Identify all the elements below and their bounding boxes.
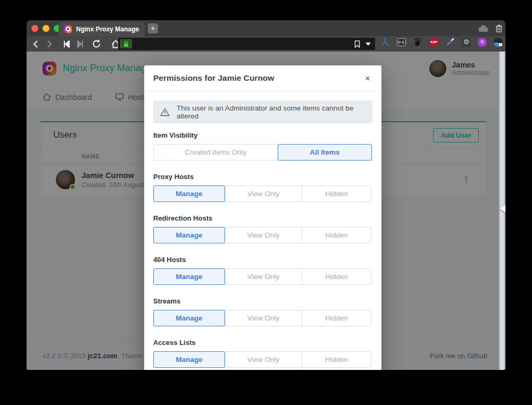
field-404-hosts: 404 Hosts Manage View Only Hidden xyxy=(153,256,372,285)
trash-icon[interactable] xyxy=(495,24,503,32)
back-button[interactable] xyxy=(29,38,43,50)
field-label: Item Visibility xyxy=(153,131,372,139)
https-lock-icon[interactable] xyxy=(120,39,132,48)
bookmark-icon[interactable] xyxy=(354,40,360,48)
proxy-extension-icon[interactable] xyxy=(380,37,389,47)
option-all-items[interactable]: All Items xyxy=(278,144,372,161)
item-visibility-group: Created Items Only All Items xyxy=(153,144,372,161)
404-hosts-group: Manage View Only Hidden xyxy=(153,268,372,285)
field-label: Access Lists xyxy=(153,339,372,347)
field-label: Redirection Hosts xyxy=(153,214,372,222)
option-view-only[interactable]: View Only xyxy=(225,310,303,326)
option-hidden[interactable]: Hidden xyxy=(302,351,371,368)
option-created-items-only[interactable]: Created Items Only xyxy=(153,144,278,161)
field-label: Streams xyxy=(153,297,372,305)
redirection-hosts-group: Manage View Only Hidden xyxy=(153,227,372,243)
admin-alert-text: This user is an Administrator and some i… xyxy=(177,104,365,120)
skip-back-button[interactable] xyxy=(60,38,73,50)
window-controls xyxy=(31,25,61,32)
modal-header: Permissions for Jamie Curnow × xyxy=(144,65,381,91)
option-manage[interactable]: Manage xyxy=(153,310,225,326)
address-bar[interactable] xyxy=(118,38,375,50)
browser-window: Nginx Proxy Manager + xyxy=(27,20,505,370)
option-manage[interactable]: Manage xyxy=(153,268,225,285)
bookmarks-dropdown-icon[interactable] xyxy=(365,43,371,46)
browser-tab[interactable]: Nginx Proxy Manager xyxy=(59,22,145,36)
extension-icons-row: ABP ⚙ xyxy=(380,37,503,47)
option-manage[interactable]: Manage xyxy=(153,185,225,202)
proxy-hosts-group: Manage View Only Hidden xyxy=(153,185,372,202)
stylus-pen-extension-icon[interactable] xyxy=(445,37,455,47)
field-label: Proxy Hosts xyxy=(153,173,372,181)
streams-group: Manage View Only Hidden xyxy=(153,310,372,326)
close-icon[interactable]: × xyxy=(363,73,372,84)
field-proxy-hosts: Proxy Hosts Manage View Only Hidden xyxy=(153,173,372,202)
option-manage[interactable]: Manage xyxy=(153,227,225,243)
field-item-visibility: Item Visibility Created Items Only All I… xyxy=(153,131,372,161)
field-streams: Streams Manage View Only Hidden xyxy=(153,297,372,326)
field-access-lists: Access Lists Manage View Only Hidden xyxy=(153,339,372,368)
gnome-foot-extension-icon[interactable] xyxy=(413,37,422,47)
field-redirection-hosts: Redirection Hosts Manage View Only Hidde… xyxy=(153,214,372,243)
option-hidden[interactable]: Hidden xyxy=(302,185,371,202)
gear-extension-icon[interactable]: ⚙ xyxy=(462,38,471,47)
option-view-only[interactable]: View Only xyxy=(225,268,303,285)
skip-forward-button[interactable] xyxy=(73,38,87,50)
warning-triangle-icon xyxy=(160,108,170,116)
option-hidden[interactable]: Hidden xyxy=(302,227,371,243)
minimize-window-button[interactable] xyxy=(43,25,49,32)
option-hidden[interactable]: Hidden xyxy=(302,310,371,326)
permissions-modal: Permissions for Jamie Curnow × This user… xyxy=(144,65,381,370)
option-manage[interactable]: Manage xyxy=(153,351,225,368)
admin-alert: This user is an Administrator and some i… xyxy=(153,100,372,123)
forward-button[interactable] xyxy=(43,38,56,50)
option-hidden[interactable]: Hidden xyxy=(302,268,371,285)
browser-toolbar: ABP ⚙ xyxy=(27,36,505,52)
access-lists-group: Manage View Only Hidden xyxy=(153,351,372,368)
option-view-only[interactable]: View Only xyxy=(225,185,303,202)
goggles-extension-icon[interactable] xyxy=(396,37,406,47)
field-label: 404 Hosts xyxy=(153,256,372,264)
screenshot-stage: Nginx Proxy Manager + xyxy=(0,0,532,405)
mouse-cursor xyxy=(500,205,505,213)
reload-button[interactable] xyxy=(89,38,103,50)
privacy-globe-extension-icon[interactable] xyxy=(494,38,503,47)
browser-tab-bar: Nginx Proxy Manager + xyxy=(27,20,505,36)
modal-title: Permissions for Jamie Curnow xyxy=(153,73,274,83)
option-view-only[interactable]: View Only xyxy=(225,351,303,368)
close-window-button[interactable] xyxy=(31,25,38,32)
new-tab-button[interactable]: + xyxy=(148,23,158,33)
tab-title: Nginx Proxy Manager xyxy=(76,26,139,33)
purple-mask-extension-icon[interactable] xyxy=(478,38,487,47)
npm-favicon-icon xyxy=(64,25,72,33)
adblock-plus-extension-icon[interactable]: ABP xyxy=(429,38,438,47)
sync-cloud-icon[interactable] xyxy=(478,24,489,32)
option-view-only[interactable]: View Only xyxy=(225,227,303,243)
